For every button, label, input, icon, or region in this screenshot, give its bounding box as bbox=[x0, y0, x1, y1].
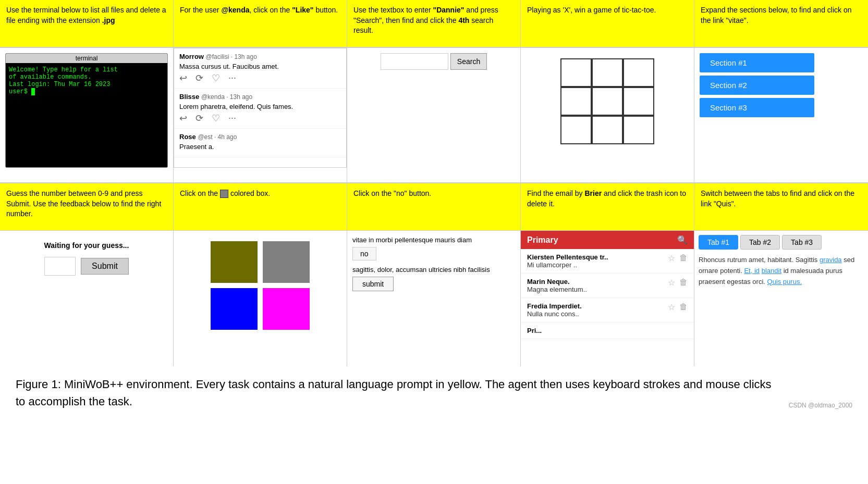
tweet-rose: Rose @est · 4h ago Praesent a. bbox=[174, 129, 346, 157]
figure-caption: Figure 1: MiniWoB++ environment. Every t… bbox=[0, 366, 868, 415]
task-instruction-ttt: Playing as 'X', win a game of tic-tac-to… bbox=[521, 0, 694, 47]
email-item-info: Kiersten Pellentesque tr.. Mi ullamcorpe… bbox=[527, 253, 608, 269]
star-icon-marin[interactable]: ☆ bbox=[668, 278, 675, 288]
search-input[interactable] bbox=[381, 53, 448, 70]
tweet-actions-morrow: ↩ ⟳ ♡ ··· bbox=[179, 72, 341, 84]
email-item-kiersten[interactable]: Kiersten Pellentesque tr.. Mi ullamcorpe… bbox=[521, 249, 694, 274]
link-quis-purus[interactable]: Quis purus. bbox=[767, 278, 802, 286]
link-et-id[interactable]: Et, id bbox=[744, 267, 760, 275]
tweet-blisse: Blisse @kenda · 13h ago Lorem pharetra, … bbox=[174, 89, 346, 129]
tweet-panel: Morrow @facilisi · 13h ago Massa cursus … bbox=[174, 48, 347, 182]
more-icon-blisse[interactable]: ··· bbox=[228, 113, 236, 124]
task-instruction-guess: Guess the number between 0-9 and press S… bbox=[0, 183, 174, 230]
ttt-cell-7[interactable] bbox=[592, 116, 623, 144]
email-preview-kiersten: Mi ullamcorper .. bbox=[527, 261, 608, 269]
ttt-cell-6[interactable] bbox=[560, 116, 592, 144]
email-name-marin: Marin Neque. bbox=[527, 278, 587, 286]
tab-content: Rhoncus rutrum amet, habitant. Sagittis … bbox=[699, 255, 864, 287]
terminal-panel: terminal Welcome! Type help for a listof… bbox=[0, 48, 174, 182]
search-panel: Search bbox=[347, 48, 521, 182]
email-preview-marin: Magna elementum.. bbox=[527, 286, 587, 293]
tweet-scroll[interactable]: Morrow @facilisi · 13h ago Massa cursus … bbox=[174, 48, 347, 168]
star-icon-fredia[interactable]: ☆ bbox=[668, 302, 675, 312]
ttt-cell-1[interactable] bbox=[592, 58, 623, 87]
ttt-panel bbox=[521, 48, 694, 182]
guess-panel: Waiting for your guess... Submit bbox=[0, 231, 174, 366]
email-actions-kiersten: ☆ 🗑 bbox=[668, 253, 688, 263]
task-instruction-email: Find the email by Brier and click the tr… bbox=[521, 183, 694, 230]
guess-submit-button[interactable]: Submit bbox=[81, 258, 129, 275]
trash-icon-fredia[interactable]: 🗑 bbox=[679, 302, 688, 312]
email-actions-fredia: ☆ 🗑 bbox=[668, 302, 688, 312]
top-instruction-row: Use the terminal below to list all files… bbox=[0, 0, 868, 48]
like-icon-blisse[interactable]: ♡ bbox=[212, 113, 220, 124]
ttt-cell-8[interactable] bbox=[623, 116, 654, 144]
email-actions-marin: ☆ 🗑 bbox=[668, 278, 688, 288]
reply-icon-morrow[interactable]: ↩ bbox=[179, 72, 187, 84]
search-row: Search bbox=[381, 53, 487, 70]
email-item-info-pri: Pri... bbox=[527, 327, 542, 334]
section-btn-3[interactable]: Section #3 bbox=[700, 98, 814, 117]
email-name-kiersten: Kiersten Pellentesque tr.. bbox=[527, 253, 608, 261]
color-row-2 bbox=[211, 288, 310, 330]
color-box-blue[interactable] bbox=[211, 288, 258, 330]
ttt-cell-5[interactable] bbox=[623, 87, 654, 116]
link-blandit[interactable]: blandit bbox=[762, 267, 781, 275]
search-button[interactable]: Search bbox=[450, 53, 487, 70]
section-btn-2[interactable]: Section #2 bbox=[700, 76, 814, 95]
ttt-cell-3[interactable] bbox=[560, 87, 592, 116]
no-btn-submit[interactable]: submit bbox=[352, 277, 394, 291]
section-btn-1[interactable]: Section #1 bbox=[700, 53, 814, 72]
trash-icon-kiersten[interactable]: 🗑 bbox=[679, 253, 688, 263]
email-name-fredia: Fredia Imperdiet. bbox=[527, 302, 582, 310]
email-item-marin[interactable]: Marin Neque. Magna elementum.. ☆ 🗑 bbox=[521, 274, 694, 298]
like-icon-morrow[interactable]: ♡ bbox=[212, 72, 220, 84]
trash-icon-marin[interactable]: 🗑 bbox=[679, 278, 688, 288]
tweet-actions-blisse: ↩ ⟳ ♡ ··· bbox=[179, 113, 341, 124]
color-row-1 bbox=[211, 241, 310, 283]
color-box-magenta[interactable] bbox=[263, 288, 310, 330]
task-instruction-search: Use the textbox to enter "Dannie" and pr… bbox=[347, 0, 521, 47]
email-item-pri[interactable]: Pri... bbox=[521, 322, 694, 339]
tabs-panel: Tab #1 Tab #2 Tab #3 Rhoncus rutrum amet… bbox=[694, 231, 868, 366]
task-instruction-like: For the user @kenda, click on the "Like"… bbox=[174, 0, 347, 47]
tweet-morrow: Morrow @facilisi · 13h ago Massa cursus … bbox=[174, 48, 346, 89]
more-icon-morrow[interactable]: ··· bbox=[228, 72, 236, 84]
color-boxes-panel bbox=[174, 231, 347, 366]
email-preview-fredia: Nulla nunc cons.. bbox=[527, 310, 582, 318]
no-btn-text2: sagittis, dolor, accumsan ultricies nibh… bbox=[352, 266, 515, 274]
no-btn-panel: vitae in morbi pellentesque mauris diam … bbox=[347, 231, 521, 366]
email-header: Primary 🔍 bbox=[521, 231, 694, 249]
email-item-info-fredia: Fredia Imperdiet. Nulla nunc cons.. bbox=[527, 302, 582, 318]
guess-feedback: Waiting for your guess... bbox=[44, 241, 129, 250]
tweet-text-morrow: Massa cursus ut. Faucibus amet. bbox=[179, 63, 341, 70]
terminal-titlebar: terminal bbox=[6, 54, 167, 63]
tweet-name-blisse: Blisse bbox=[179, 93, 199, 101]
tabs-header: Tab #1 Tab #2 Tab #3 bbox=[699, 235, 864, 250]
email-header-label: Primary bbox=[527, 235, 558, 245]
tweet-handle-blisse: @kenda · 13h ago bbox=[201, 93, 252, 101]
ttt-cell-4[interactable] bbox=[592, 87, 623, 116]
retweet-icon-morrow[interactable]: ⟳ bbox=[195, 72, 203, 84]
color-box-gray[interactable] bbox=[263, 241, 310, 283]
tab-btn-2[interactable]: Tab #2 bbox=[740, 235, 780, 250]
email-search-icon[interactable]: 🔍 bbox=[677, 235, 688, 245]
link-gravida[interactable]: gravida bbox=[820, 256, 842, 264]
ttt-cell-0[interactable] bbox=[560, 58, 592, 87]
guess-input[interactable] bbox=[44, 257, 76, 276]
star-icon-kiersten[interactable]: ☆ bbox=[668, 253, 675, 263]
task-instruction-tabs: Switch between the tabs to find and clic… bbox=[694, 183, 868, 230]
terminal-box[interactable]: terminal Welcome! Type help for a listof… bbox=[5, 53, 168, 168]
tab-btn-1[interactable]: Tab #1 bbox=[699, 235, 738, 250]
terminal-body[interactable]: Welcome! Type help for a listof availabl… bbox=[6, 63, 167, 167]
color-box-olive[interactable] bbox=[211, 241, 258, 283]
ttt-cell-2[interactable] bbox=[623, 58, 654, 87]
task-instruction-expand: Expand the sections below, to find and c… bbox=[694, 0, 868, 47]
email-panel: Primary 🔍 Kiersten Pellentesque tr.. Mi … bbox=[521, 231, 694, 366]
retweet-icon-blisse[interactable]: ⟳ bbox=[195, 113, 203, 124]
email-item-fredia[interactable]: Fredia Imperdiet. Nulla nunc cons.. ☆ 🗑 bbox=[521, 298, 694, 322]
tab-btn-3[interactable]: Tab #3 bbox=[782, 235, 822, 250]
reply-icon-blisse[interactable]: ↩ bbox=[179, 113, 187, 124]
bottom-content-row: Waiting for your guess... Submit vitae i… bbox=[0, 231, 868, 366]
no-button[interactable]: no bbox=[352, 247, 376, 260]
